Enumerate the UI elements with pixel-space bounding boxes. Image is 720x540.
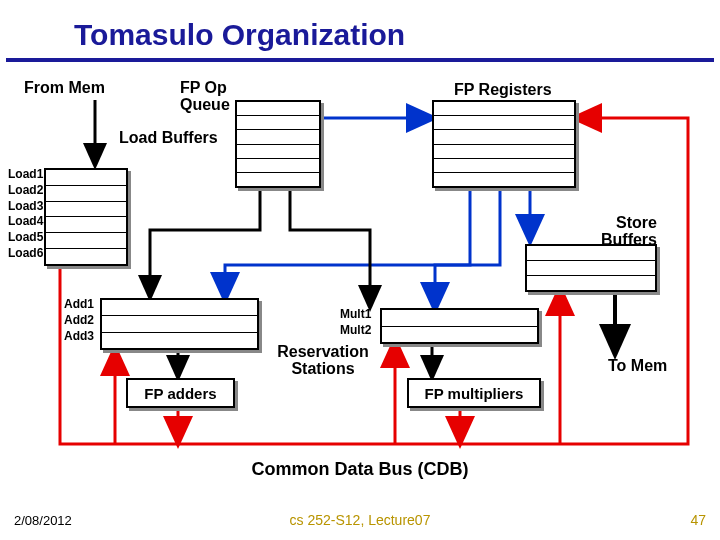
load-row-5: Load5 (8, 231, 43, 244)
reservation-label-2: Stations (291, 360, 354, 377)
load-buffers (44, 168, 128, 266)
fp-op-label-1: FP Op (180, 79, 227, 96)
load-row-2: Load2 (8, 184, 43, 197)
reservation-label-1: Reservation (277, 343, 369, 360)
fp-registers-label: FP Registers (454, 82, 552, 99)
cdb-label: Common Data Bus (CDB) (0, 460, 720, 479)
from-mem-label: From Mem (24, 80, 105, 97)
add-rs-1: Add1 (64, 298, 94, 311)
add-rs-3: Add3 (64, 330, 94, 343)
footer-page: 47 (690, 512, 706, 528)
add-rs (100, 298, 259, 350)
load-buffers-label: Load Buffers (119, 130, 218, 147)
store-buffers-label-1: Store (616, 214, 657, 231)
title-underline (6, 58, 714, 62)
load-row-4: Load4 (8, 215, 43, 228)
fp-adders-unit: FP adders (126, 378, 235, 408)
mult-rs (380, 308, 539, 344)
to-mem-label: To Mem (608, 358, 667, 375)
mult-rs-1: Mult1 (340, 308, 371, 321)
fp-adders-text: FP adders (144, 385, 216, 402)
add-rs-2: Add2 (64, 314, 94, 327)
fp-op-label-2: Queue (180, 96, 230, 113)
fp-multipliers-unit: FP multipliers (407, 378, 541, 408)
fp-op-queue (235, 100, 321, 188)
mult-rs-2: Mult2 (340, 324, 371, 337)
fp-registers (432, 100, 576, 188)
load-row-3: Load3 (8, 200, 43, 213)
load-row-1: Load1 (8, 168, 43, 181)
slide-title: Tomasulo Organization (74, 18, 405, 52)
load-row-6: Load6 (8, 247, 43, 260)
footer-center: cs 252-S12, Lecture07 (0, 512, 720, 528)
fp-multipliers-text: FP multipliers (425, 385, 524, 402)
store-buffers (525, 244, 657, 292)
